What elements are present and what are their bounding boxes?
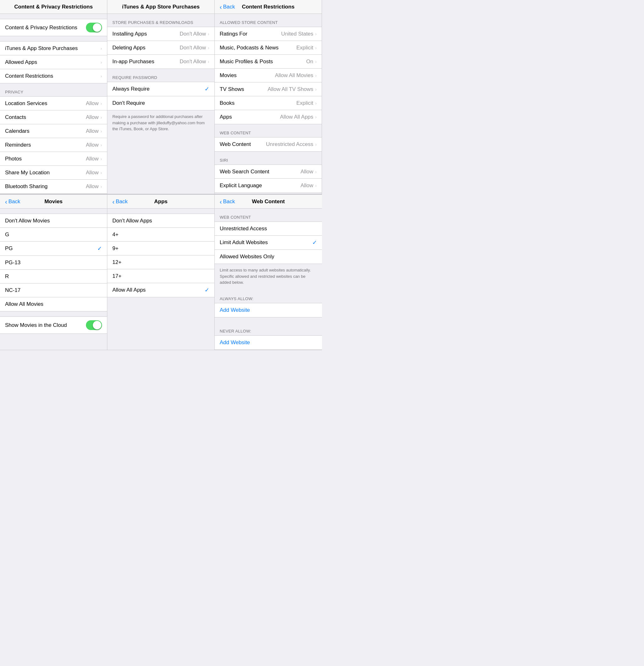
bluetooth-row[interactable]: Bluetooth Sharing Allow ›	[0, 180, 107, 193]
back-button-web[interactable]: ‹ Back	[220, 198, 235, 205]
nav-bar-top-middle: iTunes & App Store Purchases	[107, 0, 214, 14]
location-allow: Allow	[86, 100, 99, 107]
contacts-row[interactable]: Contacts Allow ›	[0, 110, 107, 124]
calendars-allow: Allow	[86, 128, 99, 134]
12plus-row[interactable]: 12+	[107, 256, 214, 269]
chevron-right-icon: ›	[100, 170, 102, 175]
content-privacy-toggle[interactable]	[86, 23, 102, 32]
chevron-right-icon: ›	[208, 59, 209, 64]
dont-allow-movies-row[interactable]: Don't Allow Movies	[0, 214, 107, 228]
explicit-language-row[interactable]: Explicit Language Allow ›	[215, 179, 322, 193]
music-profiles-val: On	[306, 58, 313, 65]
inapp-purchases-row[interactable]: In-app Purchases Don't Allow ›	[107, 55, 214, 69]
nav-bar-top-right: ‹ Back Content Restrictions	[215, 0, 322, 14]
back-button-top-right[interactable]: ‹ Back	[220, 4, 235, 10]
always-require-row[interactable]: Always Require ✓	[107, 82, 214, 96]
chevron-right-icon: ›	[100, 129, 102, 134]
chevron-right-icon: ›	[100, 74, 102, 78]
add-website-always-row[interactable]: Add Website	[215, 303, 322, 317]
back-label-top-right: Back	[223, 4, 235, 10]
nav-bar-top-left: Content & Privacy Restrictions	[0, 0, 107, 14]
nc17-row[interactable]: NC-17	[0, 283, 107, 297]
allow-all-apps-row[interactable]: Allow All Apps ✓	[107, 283, 214, 297]
content-restrictions-row[interactable]: Content Restrictions ›	[0, 69, 107, 83]
nav-bar-bottom-middle: ‹ Back Apps	[107, 195, 214, 209]
allowed-websites-row[interactable]: Allowed Websites Only	[215, 250, 322, 264]
music-podcasts-row[interactable]: Music, Podcasts & News Explicit ›	[215, 41, 322, 55]
music-podcasts-value: Explicit ›	[296, 45, 317, 51]
cloud-toggle[interactable]	[86, 320, 102, 330]
apps-row[interactable]: Apps Allow All Apps ›	[215, 110, 322, 124]
dont-allow-apps-label: Don't Allow Apps	[112, 218, 152, 224]
17plus-row[interactable]: 17+	[107, 269, 214, 283]
apps-label: Apps	[220, 114, 232, 120]
g-row[interactable]: G	[0, 228, 107, 242]
apps-list-group: Don't Allow Apps 4+ 9+ 12+ 17+ Allow All…	[107, 214, 214, 297]
add-website-never-row[interactable]: Add Website	[215, 336, 322, 350]
always-allow-group: Add Website	[215, 303, 322, 317]
back-button-movies[interactable]: ‹ Back	[5, 198, 20, 205]
add-website-never-link[interactable]: Add Website	[220, 339, 250, 346]
9plus-label: 9+	[112, 245, 118, 252]
chevron-right-icon: ›	[208, 32, 209, 36]
show-movies-cloud-row[interactable]: Show Movies in the Cloud	[0, 317, 107, 333]
tv-shows-row[interactable]: TV Shows Allow All TV Shows ›	[215, 83, 322, 96]
web-search-row[interactable]: Web Search Content Allow ›	[215, 165, 322, 179]
back-label-movies: Back	[9, 198, 20, 205]
ratings-for-row[interactable]: Ratings For United States ›	[215, 27, 322, 41]
content-restrictions-value: ›	[100, 74, 102, 78]
pg13-row[interactable]: PG-13	[0, 256, 107, 269]
installing-apps-val: Don't Allow	[180, 31, 206, 37]
4plus-label: 4+	[112, 231, 118, 238]
chevron-right-icon: ›	[315, 142, 317, 147]
deleting-apps-row[interactable]: Deleting Apps Don't Allow ›	[107, 41, 214, 55]
movies-label: Movies	[220, 72, 237, 78]
toggle-row[interactable]: Content & Privacy Restrictions	[0, 19, 107, 36]
4plus-row[interactable]: 4+	[107, 228, 214, 242]
store-items-group: Installing Apps Don't Allow › Deleting A…	[107, 27, 214, 69]
limit-adult-row[interactable]: Limit Adult Websites ✓	[215, 235, 322, 250]
itunes-purchases-row[interactable]: iTunes & App Store Purchases ›	[0, 41, 107, 55]
books-row[interactable]: Books Explicit ›	[215, 96, 322, 110]
apps-val: Allow All Apps	[280, 114, 313, 120]
12plus-label: 12+	[112, 259, 121, 265]
photos-row[interactable]: Photos Allow ›	[0, 152, 107, 166]
dont-allow-apps-row[interactable]: Don't Allow Apps	[107, 214, 214, 228]
chevron-left-icon: ‹	[220, 4, 222, 10]
pg-row[interactable]: PG ✓	[0, 242, 107, 256]
location-services-row[interactable]: Location Services Allow ›	[0, 97, 107, 110]
limit-adult-check: ✓	[312, 239, 317, 246]
back-label-web: Back	[223, 198, 235, 205]
apps-value: Allow All Apps ›	[280, 114, 317, 120]
back-button-apps[interactable]: ‹ Back	[112, 198, 128, 205]
allowed-apps-row[interactable]: Allowed Apps ›	[0, 55, 107, 69]
add-website-always-link[interactable]: Add Website	[220, 307, 250, 313]
inapp-purchases-label: In-app Purchases	[112, 58, 154, 65]
movies-row[interactable]: Movies Allow All Movies ›	[215, 69, 322, 83]
web-content-row[interactable]: Web Content Unrestricted Access ›	[215, 138, 322, 151]
panel-movies: ‹ Back Movies Don't Allow Movies G PG ✓ …	[0, 195, 107, 350]
nav-bar-bottom-left: ‹ Back Movies	[0, 195, 107, 209]
web-content-section-header: WEB CONTENT	[215, 124, 322, 137]
contacts-allow: Allow	[86, 114, 99, 121]
require-password-header: REQUIRE PASSWORD	[107, 69, 214, 82]
web-content-section-header-bottom: WEB CONTENT	[215, 209, 322, 222]
nav-title-web: Web Content	[252, 198, 285, 205]
music-profiles-row[interactable]: Music Profiles & Posts On ›	[215, 55, 322, 69]
allow-all-movies-row[interactable]: Allow All Movies	[0, 297, 107, 311]
never-allow-header: NEVER ALLOW:	[215, 322, 322, 335]
dont-require-row[interactable]: Don't Require	[107, 96, 214, 110]
web-search-label: Web Search Content	[220, 169, 269, 175]
9plus-row[interactable]: 9+	[107, 242, 214, 256]
share-location-row[interactable]: Share My Location Allow ›	[0, 166, 107, 180]
music-podcasts-val: Explicit	[296, 45, 313, 51]
reminders-row[interactable]: Reminders Allow ›	[0, 138, 107, 152]
calendars-row[interactable]: Calendars Allow ›	[0, 124, 107, 138]
allow-all-apps-label: Allow All Apps	[112, 287, 146, 293]
unrestricted-access-row[interactable]: Unrestricted Access	[215, 222, 322, 235]
installing-apps-row[interactable]: Installing Apps Don't Allow ›	[107, 27, 214, 41]
main-settings-group: iTunes & App Store Purchases › Allowed A…	[0, 41, 107, 83]
r-row[interactable]: R	[0, 269, 107, 283]
nav-bar-bottom-right: ‹ Back Web Content	[215, 195, 322, 209]
nav-title-top-left: Content & Privacy Restrictions	[14, 4, 92, 10]
